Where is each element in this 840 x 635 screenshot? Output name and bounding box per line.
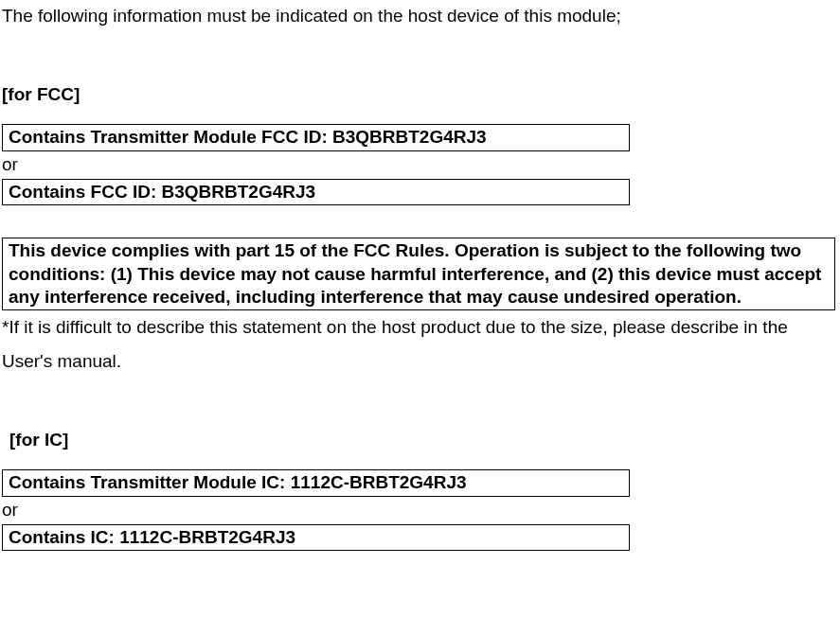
fcc-note: *If it is difficult to describe this sta…: [2, 310, 838, 377]
intro-text: The following information must be indica…: [2, 5, 838, 28]
fcc-or: or: [2, 153, 838, 177]
ic-header: [for IC]: [9, 429, 838, 452]
ic-or: or: [2, 499, 838, 522]
fcc-header: [for FCC]: [2, 83, 838, 107]
ic-box-1: Contains Transmitter Module IC: 1112C-BR…: [2, 469, 630, 497]
fcc-compliance-box: This device complies with part 15 of the…: [2, 238, 835, 310]
ic-box-2: Contains IC: 1112C-BRBT2G4RJ3: [2, 524, 630, 552]
fcc-box-2: Contains FCC ID: B3QBRBT2G4RJ3: [2, 179, 630, 206]
fcc-box-1: Contains Transmitter Module FCC ID: B3QB…: [2, 124, 630, 151]
